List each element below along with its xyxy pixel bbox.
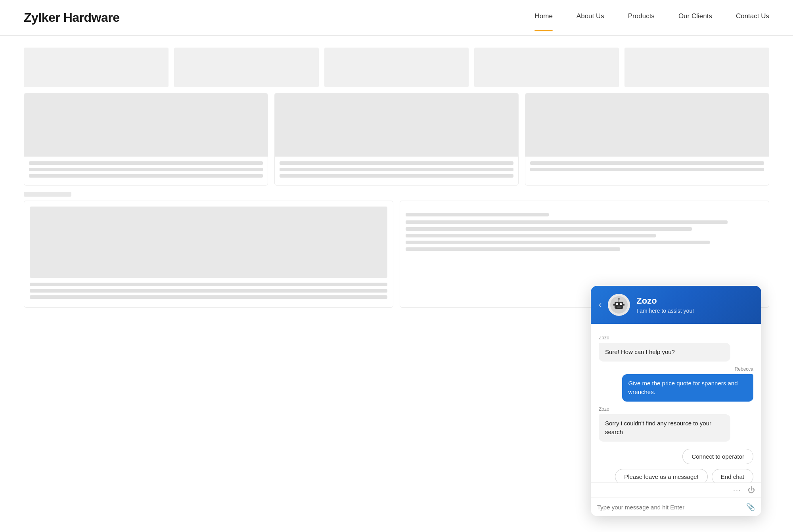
card-row-1 xyxy=(24,93,769,186)
chatbot-back-button[interactable]: ‹ xyxy=(599,300,601,309)
nav-contact[interactable]: Contact Us xyxy=(736,12,769,23)
skeleton-top-row xyxy=(24,48,769,87)
svg-point-6 xyxy=(618,298,620,300)
svg-rect-7 xyxy=(613,304,615,306)
skeleton-block-3 xyxy=(324,48,469,87)
nav: Home About Us Products Our Clients Conta… xyxy=(534,12,769,23)
chatbot-body: Zozo Sure! How can I help you? Rebecca G… xyxy=(591,324,761,326)
chatbot-header: ‹ Zozo I am here to assist you! xyxy=(591,286,761,324)
skeleton-block-4 xyxy=(474,48,619,87)
svg-rect-2 xyxy=(616,303,618,305)
skeleton-block-5 xyxy=(624,48,769,87)
chatbot-subtitle: I am here to assist you! xyxy=(636,308,753,314)
card-2-body xyxy=(275,157,518,185)
logo: Zylker Hardware xyxy=(24,10,120,25)
card-3-image xyxy=(525,93,769,157)
header: Zylker Hardware Home About Us Products O… xyxy=(0,0,793,36)
chatbot-avatar xyxy=(608,294,630,316)
card-1-body xyxy=(24,157,268,185)
skeleton-block-2 xyxy=(174,48,319,87)
card-3-body xyxy=(525,157,769,179)
nav-products[interactable]: Products xyxy=(628,12,655,23)
card-2 xyxy=(274,93,519,186)
section-header-skeleton xyxy=(24,192,769,197)
robot-avatar-icon xyxy=(610,296,628,314)
svg-rect-1 xyxy=(615,302,623,309)
nav-clients[interactable]: Our Clients xyxy=(678,12,712,23)
svg-rect-8 xyxy=(623,304,624,306)
nav-about[interactable]: About Us xyxy=(577,12,604,23)
card-2-image xyxy=(275,93,518,157)
svg-rect-3 xyxy=(620,303,622,305)
wide-card-1 xyxy=(24,201,393,308)
card-1 xyxy=(24,93,268,186)
chatbot-widget: ‹ Zozo I am here to assist you! xyxy=(591,286,761,326)
wide-card-1-img xyxy=(30,207,387,278)
nav-home[interactable]: Home xyxy=(534,12,552,23)
skeleton-block-1 xyxy=(24,48,169,87)
card-3 xyxy=(525,93,769,186)
main-content xyxy=(0,36,793,326)
chatbot-name: Zozo xyxy=(636,296,753,306)
svg-rect-4 xyxy=(617,306,621,308)
card-1-image xyxy=(24,93,268,157)
chatbot-info: Zozo I am here to assist you! xyxy=(636,296,753,314)
